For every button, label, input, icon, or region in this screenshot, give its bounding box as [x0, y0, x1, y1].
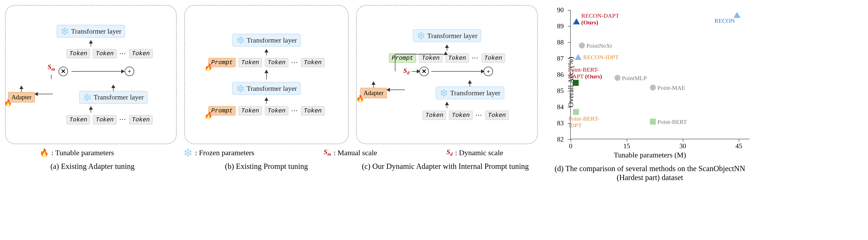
token-box: Token — [482, 54, 505, 63]
token-box: Token — [423, 111, 446, 120]
transformer-label: Transformer layer — [71, 27, 122, 35]
snowflake-icon: ❄️ — [439, 89, 448, 97]
data-point-label: RECON — [715, 18, 735, 24]
ellipsis: ··· — [291, 59, 298, 67]
data-point — [573, 80, 579, 86]
y-tick — [568, 107, 571, 107]
panel-b-box: ❄️ Transformer layer Prompt 🔥 Token Toke… — [184, 5, 349, 144]
legend-label: : Dynamic scale — [455, 148, 503, 157]
y-tick-label: 83 — [557, 119, 564, 127]
ellipsis: ··· — [291, 107, 298, 115]
y-tick-label: 87 — [557, 55, 564, 62]
prompt-label: Prompt — [211, 59, 232, 66]
token-box: Token — [129, 115, 153, 124]
panel-a: ❄️ Transformer layer Token Token ··· Tok… — [5, 5, 177, 144]
transformer-label: Transformer layer — [247, 36, 297, 44]
legend-tunable: 🔥 : Tunable parameters — [39, 148, 114, 157]
x-tick-label: 30 — [680, 142, 686, 150]
x-tick-label: 0 — [569, 142, 572, 150]
x-tick — [739, 139, 739, 142]
token-row-bottom: Token Token ··· Token — [423, 111, 508, 120]
sm-label: Sm — [48, 63, 55, 72]
ellipsis: ··· — [120, 116, 126, 124]
token-row-top: Token Token ··· Token — [66, 49, 152, 58]
transformer-layer-bottom: ❄️ Transformer layer — [232, 82, 301, 95]
panel-b: ❄️ Transformer layer Prompt 🔥 Token Toke… — [184, 5, 349, 144]
snowflake-icon: ❄️ — [236, 36, 245, 44]
y-tick — [568, 91, 571, 91]
arrow-left — [38, 94, 53, 94]
square-marker — [650, 118, 656, 125]
arrow-right — [412, 71, 417, 72]
y-tick-label: 88 — [557, 39, 564, 46]
y-tick — [568, 26, 571, 27]
y-tick-label: 86 — [557, 71, 564, 78]
fire-icon: 🔥 — [39, 148, 49, 157]
transformer-label: Transformer layer — [94, 93, 144, 101]
fire-icon: 🔥 — [4, 99, 12, 107]
fire-icon: 🔥 — [204, 112, 212, 119]
data-point — [573, 19, 580, 24]
ellipsis: ··· — [120, 50, 126, 58]
token-box: Token — [129, 49, 153, 58]
legend-label: : Tunable parameters — [51, 148, 114, 157]
x-tick — [627, 139, 627, 142]
data-point-label: Point-BERT-IDPT — [568, 115, 599, 129]
left-block: ❄️ Transformer layer Token Token ··· Tok… — [5, 5, 538, 171]
ellipsis: ··· — [472, 54, 478, 62]
circle-marker — [579, 42, 585, 48]
token-box: Token — [265, 106, 288, 115]
snowflake-icon: ❄️ — [183, 148, 192, 157]
square-marker — [573, 80, 579, 86]
data-point-label: RECON-DAPT(Ours) — [581, 12, 619, 26]
ellipsis: ··· — [475, 111, 482, 119]
adapter-label: Adapter — [11, 94, 32, 100]
transformer-label: Transformer layer — [450, 89, 500, 97]
token-row-bottom: Token Token ··· Token — [66, 115, 152, 124]
snowflake-icon: ❄️ — [416, 32, 425, 40]
triangle-marker — [573, 19, 580, 24]
token-box: Token — [449, 111, 472, 120]
chart-axes: 8283848586878889900153045RECON-DAPT(Ours… — [570, 10, 749, 139]
token-box: Token — [66, 115, 90, 124]
token-box: Token — [93, 115, 116, 124]
legend-label: : Manual scale — [334, 148, 377, 157]
square-marker — [573, 109, 579, 115]
snowflake-icon: ❄️ — [236, 84, 245, 93]
adapter-box: Adapter 🔥 — [8, 92, 35, 102]
add-op: + — [484, 67, 493, 76]
transformer-layer-bottom: ❄️ Transformer layer — [436, 87, 504, 99]
add-op: + — [125, 67, 134, 76]
legend-label: : Frozen parameters — [195, 148, 254, 157]
y-tick-label: 85 — [557, 87, 564, 95]
circle-marker — [650, 84, 656, 91]
transformer-layer-top: ❄️ Transformer layer — [232, 34, 301, 46]
data-point — [615, 75, 620, 81]
panel-a-box: ❄️ Transformer layer Token Token ··· Tok… — [5, 5, 177, 144]
prompt-box: Prompt 🔥 — [209, 58, 235, 67]
token-box: Token — [301, 106, 324, 115]
arrow-right — [71, 71, 121, 72]
panel-d: Overall Acc. (%) 82838485868788899001530… — [543, 5, 757, 182]
caption-b: (b) Existing Prompt tuning — [185, 162, 348, 171]
prompt-box: Prompt 🔥 — [209, 106, 235, 115]
data-point — [575, 54, 582, 60]
triangle-marker — [734, 12, 741, 18]
legend-frozen: ❄️ : Frozen parameters — [183, 148, 254, 157]
x-tick-label: 15 — [623, 142, 630, 150]
figure-container: ❄️ Transformer layer Token Token ··· Tok… — [5, 5, 863, 182]
fire-icon: 🔥 — [356, 95, 364, 102]
data-point-label: RECON-IDPT — [583, 54, 619, 61]
token-row-bottom: Prompt 🔥 Token Token ··· Token — [209, 106, 324, 115]
caption-c: (c) Our Dynamic Adapter with Internal Pr… — [355, 162, 535, 171]
token-box: Token — [301, 58, 324, 67]
transformer-layer-bottom: ❄️ Transformer layer — [79, 91, 148, 104]
transformer-layer-top: ❄️ Transformer layer — [57, 25, 125, 38]
data-point-label: PointMLP — [622, 75, 647, 81]
fire-icon: 🔥 — [204, 63, 212, 71]
data-point — [579, 42, 585, 48]
data-point-label: Point-BERT-DAPT (Ours) — [568, 66, 602, 80]
snowflake-icon: ❄️ — [61, 27, 69, 35]
data-point-label: Point-BERT — [657, 118, 687, 125]
prompt-label: Prompt — [211, 107, 232, 114]
